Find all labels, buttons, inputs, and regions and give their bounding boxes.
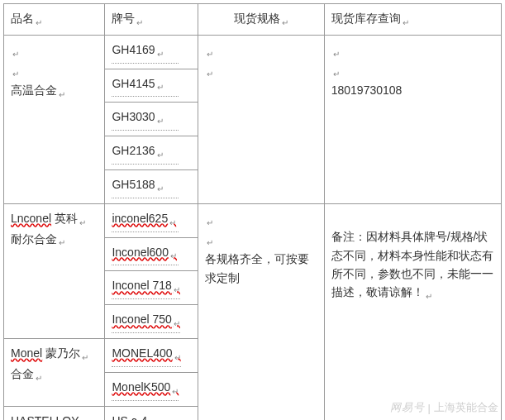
grade-cell: GH2136 [105,136,198,170]
grade-cell: inconel625 [105,203,198,237]
header-stock: 现货库存查询 [324,4,501,36]
grade-cell: Inconel 750 [105,305,198,339]
grade-cell: Inconel 718 [105,271,198,305]
spec-cell-top [198,35,324,203]
header-spec: 现货规格 [198,4,324,36]
grade-cell: MONEL400 [105,338,198,372]
grade-cell: Inconel600 [105,237,198,271]
header-name: 品名 [4,4,105,36]
grade-cell: GH4145 [105,69,198,103]
spec-cell-main: 各规格齐全，可按要求定制 [198,203,324,420]
category-cell: Lnconel 英科耐尔合金 [4,203,105,338]
grade-cell: GH5188 [105,169,198,203]
category-cell: Monel 蒙乃尔合金 [4,338,105,406]
grade-cell: MonelK500 [105,372,198,406]
header-grade: 牌号 [105,4,198,36]
material-table: 品名牌号现货规格现货库存查询高温合金GH416918019730108GH414… [3,3,502,420]
grade-cell: HS c-4 [105,406,198,420]
grade-cell: GH4169 [105,35,198,69]
category-superalloy: 高温合金 [4,35,105,203]
category-cell: HASTELLOY哈氏合金 [4,406,105,420]
stock-note-cell: 备注：因材料具体牌号/规格/状态不同，材料本身性能和状态有所不同，参数也不同，未… [324,203,501,420]
stock-phone-cell: 18019730108 [324,35,501,203]
grade-cell: GH3030 [105,103,198,136]
